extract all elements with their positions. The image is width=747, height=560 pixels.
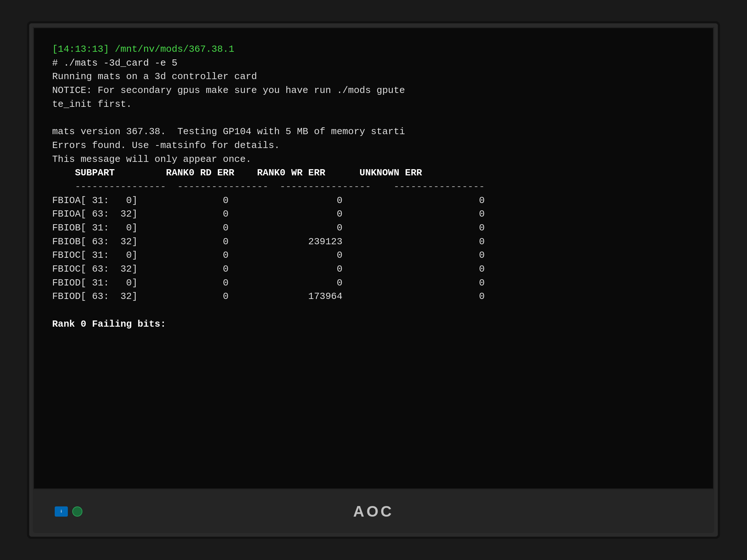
monitor-bezel-bottom: i AOC <box>33 490 714 533</box>
monitor-brand-logo: AOC <box>353 503 394 520</box>
terminal-screen: [14:13:13] /mnt/nv/mods/367.38.1 # ./mat… <box>33 27 714 490</box>
table-header: SUBPART RANK0 RD ERR RANK0 WR ERR UNKNOW… <box>52 167 422 178</box>
table-row-1: FBIOA[ 63: 32] 0 0 0 <box>52 209 485 219</box>
output-line-2-trunc: NOTICE: For secondary gpus make sure you… <box>52 85 405 96</box>
table-row-7: FBIOD[ 63: 32] 0 173964 0 <box>52 291 485 302</box>
monitor: [14:13:13] /mnt/nv/mods/367.38.1 # ./mat… <box>27 21 720 539</box>
table-row-6: FBIOD[ 31: 0] 0 0 0 <box>52 277 485 288</box>
output-line-5: Errors found. Use -matsinfo for details. <box>52 140 280 151</box>
output-line-6: This message will only appear once. <box>52 154 251 165</box>
output-line-1: Running mats on a 3d controller card <box>52 71 257 82</box>
command-line: # ./mats -3d_card -e 5 <box>52 58 177 69</box>
table-row-3: FBIOB[ 63: 32] 0 239123 0 <box>52 236 485 247</box>
table-row-2: FBIOB[ 31: 0] 0 0 0 <box>52 222 485 233</box>
table-row-5: FBIOC[ 63: 32] 0 0 0 <box>52 264 485 275</box>
output-line-3: te_init first. <box>52 99 132 110</box>
output-line-4-trunc: mats version 367.38. Testing GP104 with … <box>52 126 405 137</box>
footer-line: Rank 0 Failing bits: <box>52 319 166 330</box>
power-button[interactable] <box>72 506 82 517</box>
table-separator: ---------------- ---------------- ------… <box>52 181 485 192</box>
table-row-4: FBIOC[ 31: 0] 0 0 0 <box>52 250 485 261</box>
table-row-0: FBIOA[ 31: 0] 0 0 0 <box>52 195 485 206</box>
intel-logo-button: i <box>55 506 68 517</box>
monitor-button-group: i <box>55 506 82 517</box>
prompt-line: [14:13:13] /mnt/nv/mods/367.38.1 <box>52 44 234 55</box>
